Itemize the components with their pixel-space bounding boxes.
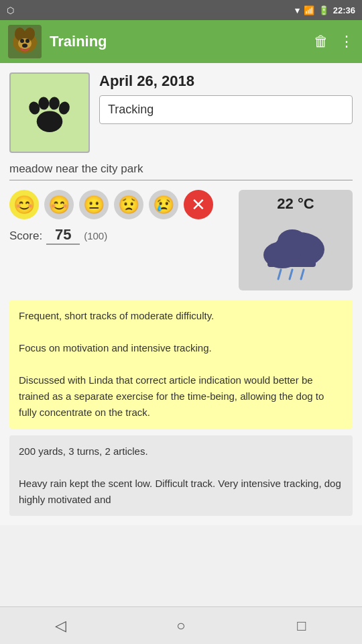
avatar-image bbox=[8, 25, 42, 58]
location-text: meadow near the city park bbox=[9, 162, 143, 175]
svg-point-7 bbox=[22, 44, 27, 48]
emoji-cancel[interactable]: ✕ bbox=[184, 190, 213, 219]
emoji-very-sad[interactable]: 😢 bbox=[149, 190, 178, 219]
score-label: Score: bbox=[9, 229, 42, 243]
score-value: 75 bbox=[46, 226, 80, 245]
svg-point-5 bbox=[20, 39, 24, 43]
avatar bbox=[8, 25, 42, 58]
recents-button[interactable]: □ bbox=[287, 611, 316, 641]
svg-point-16 bbox=[296, 235, 320, 255]
notes-yellow: Frequent, short tracks of moderate diffi… bbox=[9, 300, 353, 429]
recents-icon: □ bbox=[297, 617, 306, 635]
more-button[interactable]: ⋮ bbox=[339, 33, 354, 50]
notes-gray-text: 200 yards, 3 turns, 2 articles.Heavy rai… bbox=[19, 445, 341, 505]
signal-icon: 📶 bbox=[304, 5, 314, 15]
toolbar-title: Training bbox=[50, 33, 306, 50]
paw-icon-box bbox=[9, 72, 90, 153]
svg-rect-17 bbox=[267, 258, 316, 267]
paw-svg bbox=[19, 89, 80, 136]
back-button[interactable]: ◁ bbox=[46, 611, 75, 641]
emoji-neutral[interactable]: 😐 bbox=[79, 190, 109, 219]
rating-section: 😊 😊 😐 😟 😢 ✕ Score: 75 (100) bbox=[9, 190, 232, 245]
status-left: ⬡ bbox=[7, 5, 14, 15]
dog-avatar-svg bbox=[8, 25, 42, 58]
emoji-sad[interactable]: 😟 bbox=[114, 190, 143, 219]
score-max: (100) bbox=[84, 230, 107, 241]
weather-box: 22 °C bbox=[239, 190, 353, 290]
main-content: April 26, 2018 meadow near the city park… bbox=[0, 63, 362, 525]
weather-icon bbox=[255, 218, 336, 285]
weather-temperature: 22 °C bbox=[277, 195, 314, 213]
date-tracking-right: April 26, 2018 bbox=[99, 72, 353, 124]
svg-line-19 bbox=[290, 270, 292, 279]
emoji-row: 😊 😊 😐 😟 😢 ✕ bbox=[9, 190, 232, 219]
battery-icon: 🔋 bbox=[318, 5, 329, 15]
toolbar-icons: 🗑 ⋮ bbox=[314, 33, 354, 50]
location-row: meadow near the city park bbox=[9, 162, 353, 180]
svg-point-6 bbox=[25, 39, 29, 43]
emoji-very-happy[interactable]: 😊 bbox=[9, 190, 39, 219]
home-button[interactable]: ○ bbox=[166, 611, 196, 641]
nav-bar: ◁ ○ □ bbox=[0, 606, 362, 644]
svg-line-18 bbox=[278, 270, 281, 279]
svg-line-20 bbox=[301, 270, 304, 279]
home-icon: ○ bbox=[176, 617, 185, 635]
delete-button[interactable]: 🗑 bbox=[314, 33, 328, 50]
toolbar: Training 🗑 ⋮ bbox=[0, 20, 362, 63]
notes-gray: 200 yards, 3 turns, 2 articles.Heavy rai… bbox=[9, 435, 353, 516]
time-display: 22:36 bbox=[333, 5, 355, 15]
score-row: Score: 75 (100) bbox=[9, 226, 232, 245]
status-bar: ⬡ ▾ 📶 🔋 22:36 bbox=[0, 0, 362, 20]
rating-weather-row: 😊 😊 😐 😟 😢 ✕ Score: 75 (100) 22 °C bbox=[9, 190, 353, 290]
wifi-icon: ▾ bbox=[295, 5, 300, 15]
date-tracking-row: April 26, 2018 bbox=[9, 72, 353, 153]
android-icon: ⬡ bbox=[7, 5, 14, 15]
tracking-input[interactable] bbox=[99, 95, 353, 124]
emoji-happy[interactable]: 😊 bbox=[44, 190, 74, 219]
status-right: ▾ 📶 🔋 22:36 bbox=[295, 5, 355, 15]
back-icon: ◁ bbox=[55, 617, 66, 635]
svg-point-8 bbox=[37, 111, 63, 132]
svg-point-11 bbox=[48, 97, 60, 111]
notes-yellow-text: Frequent, short tracks of moderate diffi… bbox=[19, 310, 324, 418]
date-display: April 26, 2018 bbox=[99, 72, 353, 90]
